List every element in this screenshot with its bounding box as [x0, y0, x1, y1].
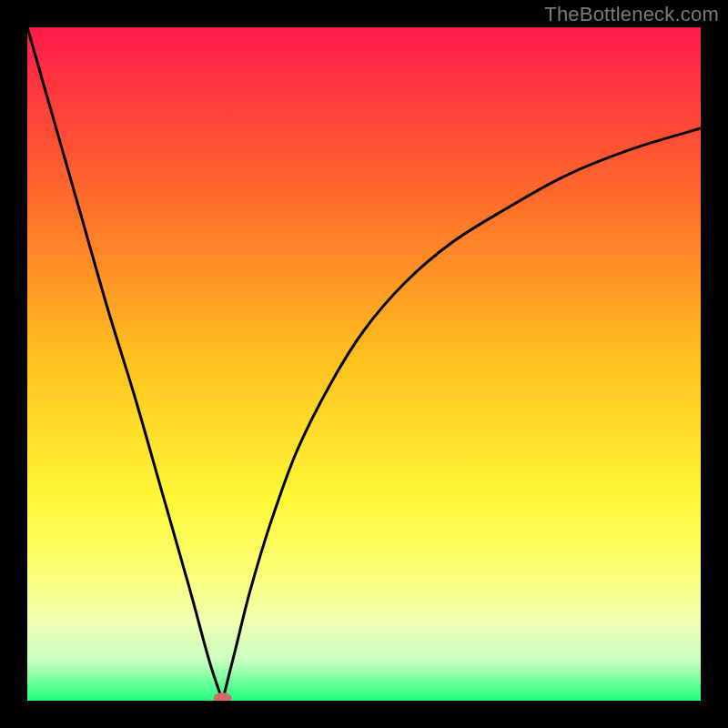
plot-background: [27, 27, 701, 701]
chart-frame: TheBottleneck.com: [0, 0, 728, 728]
bottleneck-chart: [27, 27, 701, 701]
watermark-text: TheBottleneck.com: [544, 3, 719, 26]
